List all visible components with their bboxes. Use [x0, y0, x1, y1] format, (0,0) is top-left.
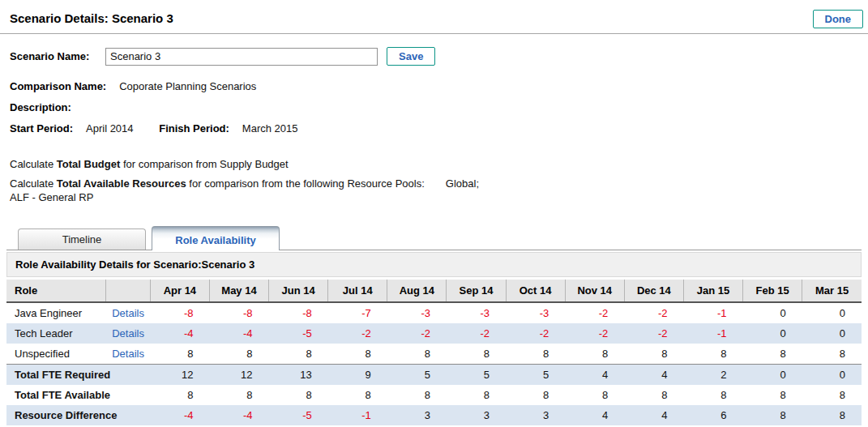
- period-row: Start Period:April 2014 Finish Period:Ma…: [10, 122, 858, 135]
- value-cell: 8: [209, 344, 268, 365]
- role-name-cell: Unspecified: [6, 344, 105, 365]
- value-cell: -2: [328, 323, 387, 344]
- value-cell: -8: [209, 302, 268, 323]
- calc-budget-prefix: Calculate: [10, 158, 57, 170]
- column-header-month: Jun 14: [269, 280, 328, 302]
- table-row: Total FTE Required121213955544200: [6, 365, 862, 386]
- value-cell: 9: [328, 365, 387, 386]
- done-button[interactable]: Done: [813, 10, 864, 28]
- resource-pool-1: Global;: [446, 177, 479, 190]
- value-cell: 8: [743, 344, 802, 365]
- value-cell: -3: [506, 302, 565, 323]
- value-cell: 8: [150, 385, 209, 405]
- role-name-cell: Tech Leader: [6, 323, 105, 344]
- calc-resources-term: Total Available Resources: [57, 177, 186, 190]
- role-name-cell: Total FTE Available: [6, 385, 105, 405]
- calc-budget-line: Calculate Total Budget for comparison fr…: [10, 158, 858, 170]
- comparison-name-label: Comparison Name:: [10, 80, 106, 92]
- value-cell: -2: [387, 323, 447, 344]
- details-cell: Details: [105, 323, 150, 344]
- value-cell: 8: [743, 385, 802, 405]
- details-link[interactable]: Details: [112, 348, 144, 360]
- value-cell: -2: [565, 323, 624, 344]
- value-cell: 8: [269, 344, 328, 365]
- comparison-name-value: Coporate Planning Scenarios: [119, 80, 256, 92]
- value-cell: 8: [447, 344, 506, 365]
- table-row: UnspecifiedDetails888888888888: [6, 344, 862, 365]
- details-link[interactable]: Details: [112, 307, 144, 319]
- table-header-row: RoleApr 14May 14Jun 14Jul 14Aug 14Sep 14…: [6, 280, 862, 302]
- scenario-form: Scenario Name: Save Comparison Name:Copo…: [0, 47, 868, 203]
- table-caption-bar: Role Availability Details for Scenario:S…: [6, 252, 862, 277]
- column-header-details: [105, 280, 150, 302]
- tab-role-availability[interactable]: Role Availability: [152, 226, 280, 250]
- value-cell: -3: [387, 302, 447, 323]
- value-cell: 8: [387, 344, 447, 365]
- start-period-value: April 2014: [86, 122, 134, 135]
- value-cell: -1: [683, 302, 742, 323]
- description-row: Description:: [10, 101, 858, 113]
- value-cell: 13: [269, 365, 328, 386]
- column-header-month: May 14: [209, 280, 268, 302]
- column-header-month: Feb 15: [743, 280, 802, 302]
- value-cell: 12: [150, 365, 209, 386]
- calc-resources-suffix: for comparison from the following Resour…: [186, 177, 425, 190]
- column-header-month: Sep 14: [447, 280, 506, 302]
- value-cell: -8: [269, 302, 328, 323]
- column-header-month: Dec 14: [624, 280, 683, 302]
- column-header-month: Apr 14: [150, 280, 209, 302]
- header-divider: [0, 33, 868, 34]
- value-cell: -5: [269, 323, 328, 344]
- details-link[interactable]: Details: [112, 327, 144, 339]
- value-cell: 8: [506, 385, 565, 405]
- value-cell: 8: [802, 405, 862, 425]
- value-cell: 3: [506, 405, 565, 425]
- role-name-cell: Java Engineer: [6, 302, 105, 323]
- calc-resources-prefix: Calculate: [10, 177, 57, 190]
- value-cell: -5: [269, 405, 328, 425]
- value-cell: 8: [209, 385, 268, 405]
- value-cell: 2: [683, 365, 742, 386]
- column-header-month: Aug 14: [387, 280, 447, 302]
- value-cell: 8: [683, 344, 742, 365]
- tab-timeline[interactable]: Timeline: [18, 228, 146, 250]
- table-row: Java EngineerDetails-8-8-8-7-3-3-3-2-2-1…: [6, 302, 862, 323]
- value-cell: 8: [447, 385, 506, 405]
- value-cell: -4: [150, 323, 209, 344]
- role-availability-table: RoleApr 14May 14Jun 14Jul 14Aug 14Sep 14…: [6, 280, 862, 425]
- value-cell: 0: [743, 302, 802, 323]
- table-row: Resource Difference-4-4-5-133344688: [6, 405, 862, 425]
- details-cell: Details: [105, 344, 150, 365]
- value-cell: 4: [624, 405, 683, 425]
- scenario-name-input[interactable]: [105, 48, 378, 66]
- value-cell: -2: [506, 323, 565, 344]
- column-header-month: Jul 14: [328, 280, 387, 302]
- value-cell: 0: [802, 323, 862, 344]
- calc-resources-line: Calculate Total Available Resources for …: [10, 177, 858, 203]
- column-header-role: Role: [6, 280, 105, 302]
- finish-period-value: March 2015: [242, 122, 298, 135]
- value-cell: 0: [802, 302, 862, 323]
- value-cell: 8: [328, 344, 387, 365]
- tab-bar: TimelineRole Availability: [6, 225, 862, 250]
- details-cell: [105, 385, 150, 405]
- value-cell: -2: [624, 302, 683, 323]
- calc-budget-suffix: for comparison from Supply Budget: [120, 158, 288, 170]
- value-cell: 8: [565, 385, 624, 405]
- column-header-month: Oct 14: [506, 280, 565, 302]
- table-row: Tech LeaderDetails-4-4-5-2-2-2-2-2-2-100: [6, 323, 862, 344]
- value-cell: 8: [328, 385, 387, 405]
- scenario-name-row: Scenario Name: Save: [10, 47, 858, 66]
- value-cell: -7: [328, 302, 387, 323]
- value-cell: 8: [565, 344, 624, 365]
- value-cell: 6: [683, 405, 742, 425]
- value-cell: -4: [150, 405, 209, 425]
- value-cell: 12: [209, 365, 268, 386]
- value-cell: -1: [683, 323, 742, 344]
- value-cell: 4: [565, 365, 624, 386]
- details-cell: Details: [105, 302, 150, 323]
- save-button[interactable]: Save: [387, 47, 435, 66]
- value-cell: 8: [624, 385, 683, 405]
- value-cell: 8: [683, 385, 742, 405]
- column-header-month: Nov 14: [565, 280, 624, 302]
